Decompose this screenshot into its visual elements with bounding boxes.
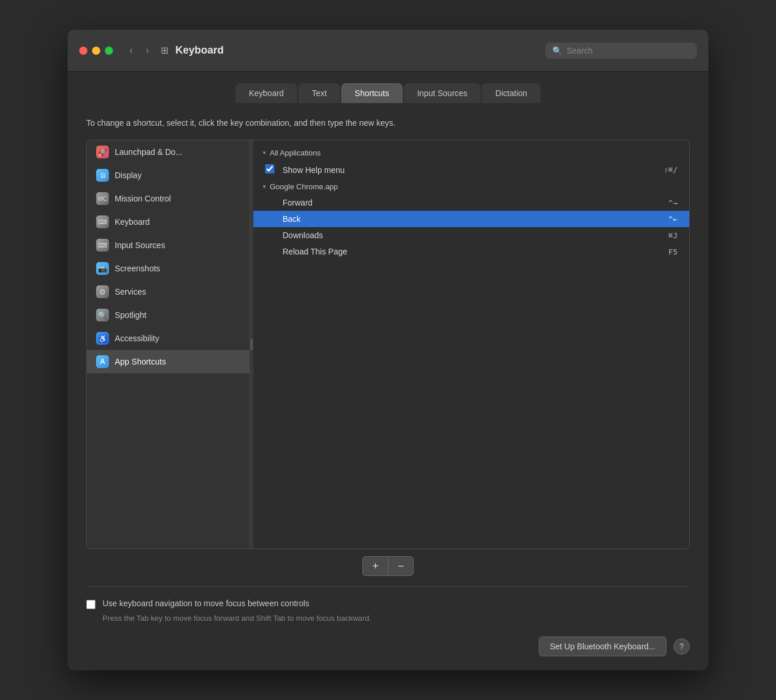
sidebar-label-keyboard: Keyboard <box>115 217 150 227</box>
section-header-google-chrome[interactable]: ▾ Google Chrome.app <box>253 179 689 195</box>
nav-label: Use keyboard navigation to move focus be… <box>103 599 309 608</box>
search-icon: 🔍 <box>552 46 562 55</box>
nav-hint: Press the Tab key to move focus forward … <box>86 614 690 623</box>
sidebar-label-display: Display <box>115 171 142 180</box>
spotlight-icon: 🔍 <box>96 309 109 321</box>
window-title: Keyboard <box>175 44 224 56</box>
tab-dictation[interactable]: Dictation <box>482 83 540 103</box>
grid-icon: ⊞ <box>161 45 168 56</box>
input-sources-icon: ⌨ <box>96 239 109 252</box>
shortcut-key-back: ^← <box>668 215 678 224</box>
sidebar-item-screenshots[interactable]: 📷 Screenshots <box>87 257 249 280</box>
sidebar-item-display[interactable]: 🖥 Display <box>87 164 249 187</box>
nav-checkbox-row: Use keyboard navigation to move focus be… <box>86 599 690 609</box>
shortcut-key-downloads: ⌘J <box>668 231 678 240</box>
display-icon: 🖥 <box>96 169 109 182</box>
sidebar-label-spotlight: Spotlight <box>115 310 146 320</box>
checkbox-area-show-help <box>265 164 283 175</box>
tab-text[interactable]: Text <box>298 83 340 103</box>
instruction-text: To change a shortcut, select it, click t… <box>86 117 690 129</box>
sidebar-label-launchpad: Launchpad & Do... <box>115 147 182 157</box>
chevron-all-apps-icon: ▾ <box>263 149 266 157</box>
bottom-section: Use keyboard navigation to move focus be… <box>86 586 690 656</box>
shortcut-row-back[interactable]: Back ^← <box>253 211 689 227</box>
shortcut-label-back: Back <box>283 214 668 224</box>
shortcut-label-show-help: Show Help menu <box>283 165 664 175</box>
tab-input-sources[interactable]: Input Sources <box>404 83 481 103</box>
tabs-bar: Keyboard Text Shortcuts Input Sources Di… <box>68 72 708 103</box>
shortcut-row-downloads[interactable]: Downloads ⌘J <box>253 227 689 243</box>
sidebar-item-keyboard[interactable]: ⌨ Keyboard <box>87 210 249 234</box>
keyboard-icon: ⌨ <box>96 215 109 228</box>
traffic-lights <box>79 47 113 55</box>
sidebar-item-services[interactable]: ⚙ Services <box>87 280 249 303</box>
nav-checkbox[interactable] <box>86 600 96 609</box>
shortcut-row-reload[interactable]: Reload This Page F5 <box>253 243 689 260</box>
sidebar-item-spotlight[interactable]: 🔍 Spotlight <box>87 303 249 327</box>
sidebar-item-app-shortcuts[interactable]: A App Shortcuts <box>87 350 249 373</box>
add-shortcut-button[interactable]: + <box>362 556 388 576</box>
sidebar-item-input-sources[interactable]: ⌨ Input Sources <box>87 234 249 257</box>
pane-wrapper: 🚀 Launchpad & Do... 🖥 Display MC Mission… <box>86 140 690 549</box>
setup-bluetooth-button[interactable]: Set Up Bluetooth Keyboard... <box>539 637 666 656</box>
checkbox-show-help[interactable] <box>265 164 274 174</box>
right-pane: ▾ All Applications Show Help menu ⇧⌘/ <box>253 140 689 549</box>
section-header-all-apps[interactable]: ▾ All Applications <box>253 145 689 161</box>
mission-control-icon: MC <box>96 192 109 205</box>
sidebar: 🚀 Launchpad & Do... 🖥 Display MC Mission… <box>87 140 250 549</box>
maximize-button[interactable] <box>105 47 113 55</box>
section-label-all-apps: All Applications <box>270 149 320 157</box>
remove-shortcut-button[interactable]: − <box>388 556 414 576</box>
sidebar-item-mission-control[interactable]: MC Mission Control <box>87 187 249 210</box>
section-label-chrome: Google Chrome.app <box>270 182 338 191</box>
divider-dot <box>251 339 253 351</box>
sidebar-label-services: Services <box>115 287 146 296</box>
sidebar-label-input-sources: Input Sources <box>115 241 165 250</box>
tab-keyboard[interactable]: Keyboard <box>235 83 297 103</box>
sidebar-label-app-shortcuts: App Shortcuts <box>115 357 166 366</box>
forward-nav-button[interactable]: › <box>141 42 154 59</box>
app-shortcuts-icon: A <box>96 355 109 368</box>
shortcut-label-downloads: Downloads <box>283 231 668 240</box>
shortcut-key-reload: F5 <box>668 248 678 256</box>
footer-buttons: Set Up Bluetooth Keyboard... ? <box>86 637 690 656</box>
shortcut-label-forward: Forward <box>283 198 668 207</box>
nav-buttons: ‹ › <box>125 42 154 59</box>
search-box[interactable]: 🔍 <box>545 43 697 59</box>
content-area: To change a shortcut, select it, click t… <box>68 103 708 670</box>
sidebar-label-screenshots: Screenshots <box>115 264 160 273</box>
sidebar-label-mission-control: Mission Control <box>115 194 171 203</box>
screenshots-icon: 📷 <box>96 262 109 275</box>
sidebar-item-accessibility[interactable]: ♿ Accessibility <box>87 327 249 350</box>
minimize-button[interactable] <box>92 47 100 55</box>
shortcut-table: ▾ All Applications Show Help menu ⇧⌘/ <box>253 140 689 549</box>
chevron-chrome-icon: ▾ <box>263 183 266 190</box>
sidebar-item-launchpad[interactable]: 🚀 Launchpad & Do... <box>87 140 249 164</box>
shortcut-key-show-help: ⇧⌘/ <box>664 165 678 174</box>
shortcut-row-forward[interactable]: Forward ^→ <box>253 195 689 211</box>
titlebar: ‹ › ⊞ Keyboard 🔍 <box>68 30 708 72</box>
tab-shortcuts[interactable]: Shortcuts <box>341 83 403 103</box>
action-buttons: + − <box>86 556 690 576</box>
close-button[interactable] <box>79 47 87 55</box>
back-nav-button[interactable]: ‹ <box>125 42 137 59</box>
launchpad-icon: 🚀 <box>96 146 109 158</box>
shortcut-label-reload: Reload This Page <box>283 247 668 256</box>
main-window: ‹ › ⊞ Keyboard 🔍 Keyboard Text Shortcuts… <box>68 30 708 670</box>
search-input[interactable] <box>567 46 690 55</box>
accessibility-icon: ♿ <box>96 332 109 345</box>
shortcut-key-forward: ^→ <box>668 199 678 207</box>
sidebar-label-accessibility: Accessibility <box>115 334 159 343</box>
shortcut-row-show-help-menu[interactable]: Show Help menu ⇧⌘/ <box>253 161 689 179</box>
services-icon: ⚙ <box>96 285 109 298</box>
help-button[interactable]: ? <box>673 638 690 655</box>
